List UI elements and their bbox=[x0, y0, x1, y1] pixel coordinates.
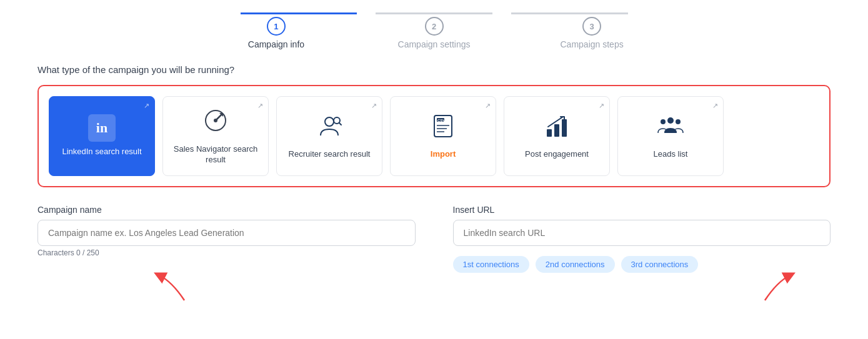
step-2-circle: 2 bbox=[425, 17, 444, 36]
card-leads-list[interactable]: ↗ Leads list bbox=[617, 96, 724, 176]
card-label-post-engagement: Post engagement bbox=[525, 149, 589, 160]
svg-rect-14 bbox=[554, 124, 559, 137]
right-arrow bbox=[759, 269, 796, 303]
card-recruiter[interactable]: ↗ Recruiter search result bbox=[276, 96, 382, 176]
card-label-sales-navigator: Sales Navigator search result bbox=[171, 144, 261, 165]
recruiter-icon bbox=[316, 112, 343, 144]
url-input[interactable] bbox=[453, 220, 831, 246]
campaign-type-question: What type of the campaign you will be ru… bbox=[37, 64, 831, 75]
step-1[interactable]: 1 Campaign info bbox=[222, 17, 331, 49]
campaign-name-input[interactable] bbox=[37, 220, 416, 246]
post-engagement-icon bbox=[543, 112, 571, 144]
form-section: Campaign name Characters 0 / 250 Insert … bbox=[37, 205, 831, 273]
campaign-name-group: Campaign name Characters 0 / 250 bbox=[37, 205, 416, 273]
svg-point-3 bbox=[214, 119, 217, 122]
stepper: 1 Campaign info 2 Campaign settings 3 Ca… bbox=[37, 12, 831, 49]
external-link-icon-recruiter: ↗ bbox=[371, 102, 377, 110]
campaign-type-container: ↗ in LinkedIn search result ↗ Sales Navi… bbox=[37, 85, 831, 187]
step-3-circle: 3 bbox=[582, 17, 601, 36]
external-link-icon-import: ↗ bbox=[485, 102, 491, 110]
card-label-linkedin: LinkedIn search result bbox=[62, 147, 141, 157]
tag-1st[interactable]: 1st connections bbox=[453, 256, 529, 273]
svg-line-6 bbox=[339, 123, 342, 125]
url-group: Insert URL 1st connections 2nd connectio… bbox=[453, 205, 831, 273]
leads-list-icon bbox=[657, 112, 684, 144]
external-link-icon-post: ↗ bbox=[599, 102, 604, 110]
card-label-import: Import bbox=[431, 149, 456, 160]
card-sales-navigator[interactable]: ↗ Sales Navigator search result bbox=[162, 96, 269, 176]
campaign-name-label: Campaign name bbox=[37, 205, 416, 215]
step-3[interactable]: 3 Campaign steps bbox=[537, 17, 647, 49]
svg-point-17 bbox=[661, 119, 666, 124]
stepper-lines bbox=[222, 12, 647, 14]
card-post-engagement[interactable]: ↗ Post engagement bbox=[504, 96, 610, 176]
line-1-2 bbox=[241, 12, 357, 14]
svg-point-18 bbox=[676, 119, 681, 124]
url-label: Insert URL bbox=[453, 205, 831, 215]
step-2[interactable]: 2 Campaign settings bbox=[379, 17, 489, 49]
external-link-icon-linkedin: ↗ bbox=[144, 102, 149, 110]
steps-row: 1 Campaign info 2 Campaign settings 3 Ca… bbox=[222, 17, 647, 49]
step-1-circle: 1 bbox=[267, 17, 286, 36]
card-linkedin[interactable]: ↗ in LinkedIn search result bbox=[49, 96, 155, 176]
step-3-label: Campaign steps bbox=[561, 39, 624, 49]
line-2-3 bbox=[376, 12, 492, 14]
linkedin-logo: in bbox=[88, 114, 116, 142]
tag-3rd[interactable]: 3rd connections bbox=[621, 256, 699, 273]
sales-navigator-icon bbox=[202, 107, 229, 139]
card-label-leads-list: Leads list bbox=[654, 149, 688, 160]
step-1-label: Campaign info bbox=[248, 39, 304, 49]
svg-rect-13 bbox=[547, 129, 552, 137]
page-wrapper: 1 Campaign info 2 Campaign settings 3 Ca… bbox=[0, 0, 868, 332]
card-import[interactable]: ↗ CSV Import bbox=[390, 96, 496, 176]
card-label-recruiter: Recruiter search result bbox=[289, 149, 371, 160]
arrows-container bbox=[37, 275, 831, 313]
import-icon: CSV bbox=[429, 112, 457, 144]
external-link-icon-leads: ↗ bbox=[712, 102, 718, 110]
step-2-label: Campaign settings bbox=[398, 39, 471, 49]
char-count: Characters 0 / 250 bbox=[37, 248, 416, 257]
left-arrow bbox=[153, 269, 191, 303]
svg-rect-15 bbox=[562, 119, 567, 137]
svg-point-16 bbox=[667, 117, 674, 124]
svg-text:CSV: CSV bbox=[437, 119, 445, 122]
line-3-end bbox=[511, 12, 628, 14]
external-link-icon-sales: ↗ bbox=[257, 102, 263, 110]
svg-point-4 bbox=[325, 117, 334, 126]
tag-2nd[interactable]: 2nd connections bbox=[536, 256, 615, 273]
